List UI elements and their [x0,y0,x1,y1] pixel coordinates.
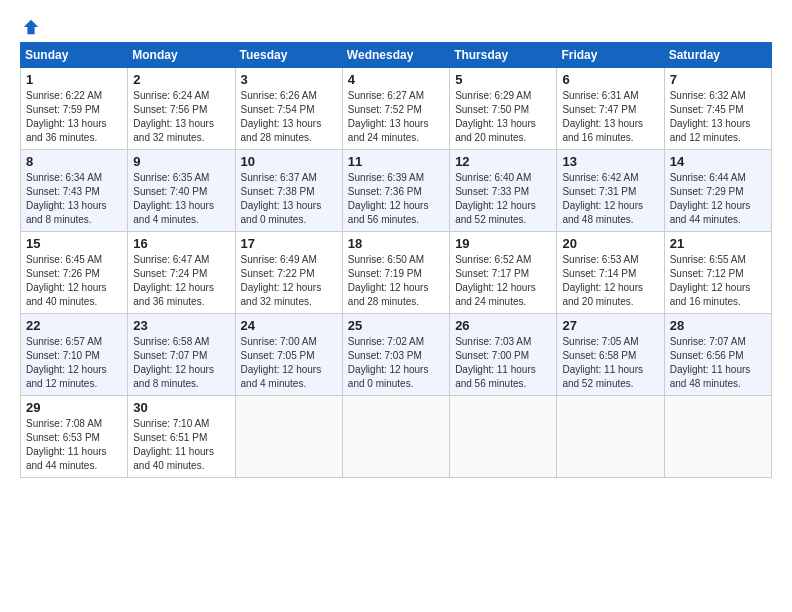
day-number: 26 [455,318,551,333]
calendar-cell: 13 Sunrise: 6:42 AMSunset: 7:31 PMDaylig… [557,150,664,232]
day-number: 6 [562,72,658,87]
calendar-day-header: Friday [557,43,664,68]
calendar-cell: 19 Sunrise: 6:52 AMSunset: 7:17 PMDaylig… [450,232,557,314]
calendar-cell: 22 Sunrise: 6:57 AMSunset: 7:10 PMDaylig… [21,314,128,396]
calendar-cell: 24 Sunrise: 7:00 AMSunset: 7:05 PMDaylig… [235,314,342,396]
calendar-header-row: SundayMondayTuesdayWednesdayThursdayFrid… [21,43,772,68]
day-info: Sunrise: 7:03 AMSunset: 7:00 PMDaylight:… [455,336,536,389]
calendar-week-row: 8 Sunrise: 6:34 AMSunset: 7:43 PMDayligh… [21,150,772,232]
calendar-week-row: 22 Sunrise: 6:57 AMSunset: 7:10 PMDaylig… [21,314,772,396]
calendar-cell: 26 Sunrise: 7:03 AMSunset: 7:00 PMDaylig… [450,314,557,396]
calendar-day-header: Saturday [664,43,771,68]
day-info: Sunrise: 7:07 AMSunset: 6:56 PMDaylight:… [670,336,751,389]
calendar-cell: 6 Sunrise: 6:31 AMSunset: 7:47 PMDayligh… [557,68,664,150]
day-number: 18 [348,236,444,251]
calendar-day-header: Thursday [450,43,557,68]
calendar-cell: 28 Sunrise: 7:07 AMSunset: 6:56 PMDaylig… [664,314,771,396]
day-info: Sunrise: 6:27 AMSunset: 7:52 PMDaylight:… [348,90,429,143]
calendar-cell: 16 Sunrise: 6:47 AMSunset: 7:24 PMDaylig… [128,232,235,314]
day-info: Sunrise: 6:31 AMSunset: 7:47 PMDaylight:… [562,90,643,143]
day-info: Sunrise: 6:29 AMSunset: 7:50 PMDaylight:… [455,90,536,143]
calendar-cell: 27 Sunrise: 7:05 AMSunset: 6:58 PMDaylig… [557,314,664,396]
day-number: 2 [133,72,229,87]
day-info: Sunrise: 6:26 AMSunset: 7:54 PMDaylight:… [241,90,322,143]
day-info: Sunrise: 6:45 AMSunset: 7:26 PMDaylight:… [26,254,107,307]
calendar-day-header: Monday [128,43,235,68]
day-info: Sunrise: 6:50 AMSunset: 7:19 PMDaylight:… [348,254,429,307]
day-number: 30 [133,400,229,415]
day-number: 24 [241,318,337,333]
day-number: 11 [348,154,444,169]
day-info: Sunrise: 6:57 AMSunset: 7:10 PMDaylight:… [26,336,107,389]
day-info: Sunrise: 6:24 AMSunset: 7:56 PMDaylight:… [133,90,214,143]
logo-icon [22,18,40,36]
day-info: Sunrise: 6:32 AMSunset: 7:45 PMDaylight:… [670,90,751,143]
calendar-cell: 5 Sunrise: 6:29 AMSunset: 7:50 PMDayligh… [450,68,557,150]
calendar-cell [235,396,342,478]
day-info: Sunrise: 6:53 AMSunset: 7:14 PMDaylight:… [562,254,643,307]
day-info: Sunrise: 7:02 AMSunset: 7:03 PMDaylight:… [348,336,429,389]
calendar-day-header: Wednesday [342,43,449,68]
day-info: Sunrise: 6:44 AMSunset: 7:29 PMDaylight:… [670,172,751,225]
calendar-day-header: Sunday [21,43,128,68]
calendar-week-row: 15 Sunrise: 6:45 AMSunset: 7:26 PMDaylig… [21,232,772,314]
calendar-cell: 18 Sunrise: 6:50 AMSunset: 7:19 PMDaylig… [342,232,449,314]
calendar: SundayMondayTuesdayWednesdayThursdayFrid… [20,42,772,478]
calendar-cell: 10 Sunrise: 6:37 AMSunset: 7:38 PMDaylig… [235,150,342,232]
calendar-cell: 20 Sunrise: 6:53 AMSunset: 7:14 PMDaylig… [557,232,664,314]
day-info: Sunrise: 7:08 AMSunset: 6:53 PMDaylight:… [26,418,107,471]
calendar-cell [450,396,557,478]
calendar-cell: 4 Sunrise: 6:27 AMSunset: 7:52 PMDayligh… [342,68,449,150]
day-info: Sunrise: 7:10 AMSunset: 6:51 PMDaylight:… [133,418,214,471]
day-info: Sunrise: 6:47 AMSunset: 7:24 PMDaylight:… [133,254,214,307]
calendar-cell: 3 Sunrise: 6:26 AMSunset: 7:54 PMDayligh… [235,68,342,150]
day-number: 20 [562,236,658,251]
day-info: Sunrise: 6:35 AMSunset: 7:40 PMDaylight:… [133,172,214,225]
day-number: 25 [348,318,444,333]
calendar-cell: 17 Sunrise: 6:49 AMSunset: 7:22 PMDaylig… [235,232,342,314]
svg-marker-0 [24,20,38,34]
day-number: 28 [670,318,766,333]
calendar-cell: 9 Sunrise: 6:35 AMSunset: 7:40 PMDayligh… [128,150,235,232]
day-info: Sunrise: 6:34 AMSunset: 7:43 PMDaylight:… [26,172,107,225]
calendar-cell: 14 Sunrise: 6:44 AMSunset: 7:29 PMDaylig… [664,150,771,232]
day-info: Sunrise: 6:55 AMSunset: 7:12 PMDaylight:… [670,254,751,307]
day-number: 9 [133,154,229,169]
calendar-cell: 12 Sunrise: 6:40 AMSunset: 7:33 PMDaylig… [450,150,557,232]
calendar-cell: 21 Sunrise: 6:55 AMSunset: 7:12 PMDaylig… [664,232,771,314]
calendar-cell: 23 Sunrise: 6:58 AMSunset: 7:07 PMDaylig… [128,314,235,396]
page: SundayMondayTuesdayWednesdayThursdayFrid… [0,0,792,612]
day-number: 4 [348,72,444,87]
day-info: Sunrise: 7:05 AMSunset: 6:58 PMDaylight:… [562,336,643,389]
day-info: Sunrise: 6:39 AMSunset: 7:36 PMDaylight:… [348,172,429,225]
day-number: 10 [241,154,337,169]
calendar-cell [342,396,449,478]
day-info: Sunrise: 6:40 AMSunset: 7:33 PMDaylight:… [455,172,536,225]
day-number: 23 [133,318,229,333]
calendar-cell: 25 Sunrise: 7:02 AMSunset: 7:03 PMDaylig… [342,314,449,396]
calendar-cell: 15 Sunrise: 6:45 AMSunset: 7:26 PMDaylig… [21,232,128,314]
day-number: 3 [241,72,337,87]
day-info: Sunrise: 6:42 AMSunset: 7:31 PMDaylight:… [562,172,643,225]
calendar-cell: 2 Sunrise: 6:24 AMSunset: 7:56 PMDayligh… [128,68,235,150]
day-number: 7 [670,72,766,87]
day-number: 1 [26,72,122,87]
day-number: 15 [26,236,122,251]
day-info: Sunrise: 6:22 AMSunset: 7:59 PMDaylight:… [26,90,107,143]
calendar-cell: 11 Sunrise: 6:39 AMSunset: 7:36 PMDaylig… [342,150,449,232]
day-info: Sunrise: 7:00 AMSunset: 7:05 PMDaylight:… [241,336,322,389]
calendar-cell: 29 Sunrise: 7:08 AMSunset: 6:53 PMDaylig… [21,396,128,478]
header [20,18,772,32]
day-number: 14 [670,154,766,169]
day-number: 27 [562,318,658,333]
day-number: 21 [670,236,766,251]
day-info: Sunrise: 6:37 AMSunset: 7:38 PMDaylight:… [241,172,322,225]
calendar-cell: 8 Sunrise: 6:34 AMSunset: 7:43 PMDayligh… [21,150,128,232]
day-number: 12 [455,154,551,169]
calendar-day-header: Tuesday [235,43,342,68]
day-number: 8 [26,154,122,169]
day-number: 29 [26,400,122,415]
calendar-week-row: 1 Sunrise: 6:22 AMSunset: 7:59 PMDayligh… [21,68,772,150]
calendar-cell: 1 Sunrise: 6:22 AMSunset: 7:59 PMDayligh… [21,68,128,150]
day-number: 13 [562,154,658,169]
